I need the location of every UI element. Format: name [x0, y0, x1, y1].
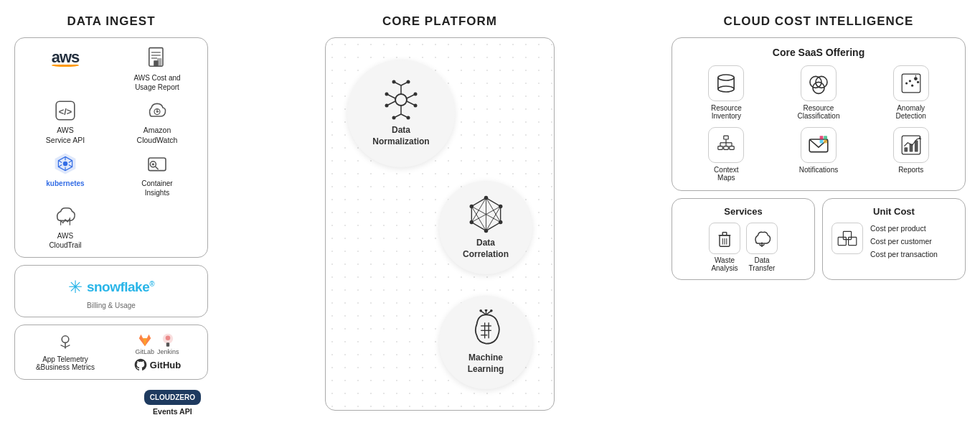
cloud-transfer-icon: [752, 228, 772, 248]
cost-per-customer: Cost per customer: [870, 235, 938, 248]
anomaly-detection-label: Anomaly Detection: [896, 104, 926, 120]
aws-cost-report-label: AWS Cost and Usage Report: [133, 73, 180, 92]
resource-classification-icon: [801, 65, 837, 101]
services-title: Services: [681, 206, 806, 217]
svg-rect-98: [718, 146, 722, 150]
svg-point-81: [718, 86, 734, 92]
services-unit-row: Services: [672, 198, 966, 280]
svg-point-51: [414, 93, 418, 96]
svg-line-23: [156, 167, 159, 169]
reports-icon: [893, 127, 929, 163]
gitlab-icon: [137, 332, 153, 348]
anomaly-chart-icon: [900, 72, 923, 95]
correlation-label: DataCorrelation: [463, 238, 509, 260]
normalization-label: DataNormalization: [372, 125, 429, 147]
svg-point-62: [498, 205, 502, 209]
ml-label: MachineLearning: [468, 353, 504, 375]
svg-rect-5: [157, 58, 161, 66]
aws-service-api-item: </> AWS Service API: [22, 98, 108, 145]
svg-line-28: [65, 345, 70, 347]
svg-point-47: [392, 116, 396, 120]
cloudzero-badge: CLOUDZERO: [150, 393, 195, 401]
resource-classification-item: Resource Classification: [776, 65, 862, 120]
svg-point-65: [469, 220, 473, 225]
resource-inventory-label: Resource Inventory: [711, 104, 742, 120]
snowflake-star-icon: ✳: [68, 277, 83, 297]
svg-point-77: [490, 309, 493, 312]
svg-point-86: [905, 82, 908, 84]
svg-point-49: [385, 93, 389, 96]
ml-icon: [466, 309, 506, 349]
svg-rect-33: [166, 343, 169, 347]
org-chart-icon: [715, 134, 738, 157]
boxes-icon: [836, 227, 859, 250]
machine-learning-module: MachineLearning: [439, 296, 532, 389]
svg-rect-120: [838, 237, 846, 245]
svg-rect-100: [730, 146, 734, 150]
context-maps-icon: [708, 127, 744, 163]
svg-text:</>: </>: [59, 106, 72, 117]
reports-item: Reports: [868, 127, 953, 182]
unit-cost-title: Unit Cost: [831, 206, 956, 217]
snowflake-logo-text: snowflake®: [87, 279, 154, 295]
svg-point-50: [385, 104, 389, 108]
unit-cost-box: Unit Cost Cost per product Cost per cust…: [822, 198, 966, 280]
services-grid: Waste Analysis Data Transfer: [681, 223, 806, 272]
cloudzero-events-item: CLOUDZERO Events API: [144, 390, 201, 417]
normalization-icon: [380, 78, 423, 121]
cloudwatch-icon: [146, 99, 169, 122]
app-telemetry-item: App Telemetry &Business Metrics: [22, 332, 108, 372]
svg-rect-107: [904, 147, 908, 151]
core-platform-box: DataNormalization: [325, 37, 555, 411]
notifications-item: Notifications: [776, 127, 862, 182]
unit-cost-icon: [831, 223, 863, 254]
notification-envelope-icon: [807, 134, 830, 157]
core-platform-section: CORE PLATFORM: [215, 14, 664, 434]
svg-rect-103: [820, 140, 824, 144]
reports-chart-icon: [900, 134, 923, 157]
aws-service-api-label: AWS Service API: [46, 126, 85, 145]
svg-point-45: [392, 80, 396, 84]
snowflake-sub-label: Billing & Usage: [22, 302, 200, 309]
jenkins-icon: [160, 332, 176, 348]
cloud-cost-title: CLOUD COST INTELLIGENCE: [672, 14, 966, 29]
svg-point-61: [484, 196, 488, 200]
waste-analysis-item: Waste Analysis: [709, 223, 740, 272]
container-insights-label: Container Insights: [141, 179, 172, 197]
svg-point-14: [63, 162, 67, 166]
github-octocat-icon: [133, 358, 148, 372]
container-insights-icon: [146, 152, 169, 175]
svg-point-87: [908, 80, 910, 82]
svg-point-52: [414, 104, 418, 108]
data-transfer-icon: [746, 223, 778, 254]
reports-label: Reports: [898, 166, 923, 174]
svg-rect-104: [824, 136, 827, 139]
gitlab-label: GitLab: [135, 348, 154, 355]
svg-point-75: [479, 309, 482, 312]
main-diagram: DATA INGEST aws: [0, 0, 980, 448]
data-ingest-section: DATA INGEST aws: [14, 14, 215, 434]
svg-point-11: [156, 111, 158, 112]
resource-inventory-item: Resource Inventory: [684, 65, 769, 120]
data-correlation-module: DataCorrelation: [439, 181, 532, 274]
svg-point-76: [484, 309, 487, 312]
svg-point-24: [152, 163, 154, 165]
data-transfer-item: Data Transfer: [746, 223, 778, 272]
github-label: GitHub: [150, 360, 181, 370]
svg-rect-92: [724, 136, 728, 139]
cost-per-product: Cost per product: [870, 223, 938, 235]
events-api-label: Events API: [153, 407, 192, 417]
svg-rect-102: [820, 136, 824, 139]
aws-text: aws: [52, 50, 80, 65]
svg-rect-99: [724, 146, 728, 150]
bottom-ingest-box: App Telemetry &Business Metrics GitLab: [14, 325, 208, 380]
anomaly-detection-icon: [893, 65, 929, 101]
app-telemetry-icon: [54, 332, 77, 355]
context-maps-item: Context Maps: [684, 127, 769, 182]
venn-icon: [807, 72, 830, 95]
core-platform-title: CORE PLATFORM: [382, 14, 497, 29]
cloud-cost-section: CLOUD COST INTELLIGENCE Core SaaS Offeri…: [664, 14, 966, 434]
jenkins-label: Jenkins: [157, 348, 179, 355]
data-ingest-title: DATA INGEST: [14, 14, 208, 29]
svg-point-32: [166, 336, 171, 341]
